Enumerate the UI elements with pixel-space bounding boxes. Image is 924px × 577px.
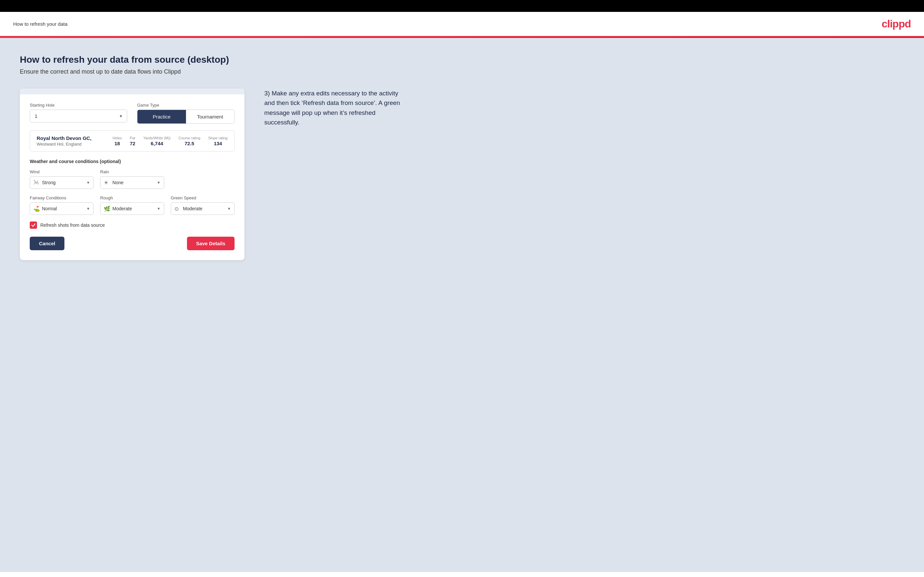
par-label: Par xyxy=(130,136,136,140)
course-name: Royal North Devon GC, xyxy=(37,135,106,141)
yards-label: Yards/White (M)) xyxy=(144,136,170,140)
form-card: Starting Hole 1 10 ▼ Game Type Practice … xyxy=(20,89,244,260)
fairway-rough-green-row: Fairway Conditions ⛳ Normal Soft Hard ▼ … xyxy=(30,195,234,215)
holes-stat: Holes 18 xyxy=(113,136,122,146)
refresh-checkbox-row: Refresh shots from data source xyxy=(30,221,234,229)
wind-select[interactable]: Strong Light None Moderate xyxy=(30,177,93,189)
logo: clippd xyxy=(882,18,911,30)
rough-label: Rough xyxy=(100,195,164,200)
wind-col: Wind 🌬 Strong Light None Moderate ▼ xyxy=(30,169,94,189)
sidebar-instruction: 3) Make any extra edits necessary to the… xyxy=(264,89,403,127)
rain-select-wrapper: ☀ None Light Heavy ▼ xyxy=(100,176,164,189)
yards-stat: Yards/White (M)) 6,744 xyxy=(144,136,170,146)
top-bar xyxy=(0,0,924,12)
cancel-button[interactable]: Cancel xyxy=(30,237,65,250)
green-speed-select[interactable]: Moderate Fast Slow xyxy=(171,203,234,214)
fairway-label: Fairway Conditions xyxy=(30,195,94,200)
course-rating-label: Course rating xyxy=(178,136,200,140)
rain-col: Rain ☀ None Light Heavy ▼ xyxy=(100,169,164,189)
rain-label: Rain xyxy=(100,169,164,174)
course-rating-stat: Course rating 72.5 xyxy=(178,136,200,146)
sidebar-instruction-text: 3) Make any extra edits necessary to the… xyxy=(264,89,403,127)
slope-rating-stat: Slope rating 134 xyxy=(208,136,228,146)
page-heading: How to refresh your data from source (de… xyxy=(20,55,904,65)
fairway-select-wrapper: ⛳ Normal Soft Hard ▼ xyxy=(30,202,94,215)
content-row: Starting Hole 1 10 ▼ Game Type Practice … xyxy=(20,89,904,260)
header: How to refresh your data clippd xyxy=(0,12,924,37)
rain-select[interactable]: None Light Heavy xyxy=(100,177,163,189)
rain-spacer xyxy=(171,169,234,189)
starting-hole-game-type-row: Starting Hole 1 10 ▼ Game Type Practice … xyxy=(30,103,234,124)
course-info-box: Royal North Devon GC, Westward Hol, Engl… xyxy=(30,131,234,152)
header-title: How to refresh your data xyxy=(13,21,68,27)
course-rating-value: 72.5 xyxy=(178,140,200,146)
rough-col: Rough 🌿 Moderate Light Heavy ▼ xyxy=(100,195,164,215)
green-speed-col: Green Speed ⊙ Moderate Fast Slow ▼ xyxy=(171,195,234,215)
wind-select-wrapper: 🌬 Strong Light None Moderate ▼ xyxy=(30,176,94,189)
starting-hole-select[interactable]: 1 10 xyxy=(30,110,127,122)
green-speed-select-wrapper: ⊙ Moderate Fast Slow ▼ xyxy=(171,202,234,215)
page-subheading: Ensure the correct and most up to date d… xyxy=(20,68,904,75)
tournament-button[interactable]: Tournament xyxy=(186,110,234,124)
refresh-checkbox[interactable] xyxy=(30,221,37,229)
par-value: 72 xyxy=(130,140,136,146)
wind-label: Wind xyxy=(30,169,94,174)
fairway-col: Fairway Conditions ⛳ Normal Soft Hard ▼ xyxy=(30,195,94,215)
course-location: Westward Hol, England xyxy=(37,142,106,147)
holes-value: 18 xyxy=(113,140,122,146)
form-card-top-bar xyxy=(20,89,244,94)
game-type-label: Game Type xyxy=(137,103,234,108)
game-type-col: Game Type Practice Tournament xyxy=(137,103,234,124)
starting-hole-col: Starting Hole 1 10 ▼ xyxy=(30,103,127,124)
save-button[interactable]: Save Details xyxy=(187,237,234,250)
buttons-row: Cancel Save Details xyxy=(30,237,234,250)
course-name-block: Royal North Devon GC, Westward Hol, Engl… xyxy=(37,135,106,147)
holes-label: Holes xyxy=(113,136,122,140)
conditions-section-title: Weather and course conditions (optional) xyxy=(30,159,234,164)
yards-value: 6,744 xyxy=(144,140,170,146)
checkmark-icon xyxy=(31,223,36,227)
par-stat: Par 72 xyxy=(130,136,136,146)
course-stats: Holes 18 Par 72 Yards/White (M)) 6,744 C… xyxy=(113,136,228,146)
wind-rain-row: Wind 🌬 Strong Light None Moderate ▼ Rain xyxy=(30,169,234,189)
starting-hole-label: Starting Hole xyxy=(30,103,127,108)
practice-button[interactable]: Practice xyxy=(137,110,186,124)
starting-hole-select-wrapper: 1 10 ▼ xyxy=(30,110,127,122)
rough-select[interactable]: Moderate Light Heavy xyxy=(100,203,163,214)
game-type-toggle: Practice Tournament xyxy=(137,110,234,124)
rough-select-wrapper: 🌿 Moderate Light Heavy ▼ xyxy=(100,202,164,215)
slope-rating-label: Slope rating xyxy=(208,136,228,140)
refresh-label: Refresh shots from data source xyxy=(40,222,105,228)
footer: Copyright Clippd 2022 xyxy=(0,572,924,577)
fairway-select[interactable]: Normal Soft Hard xyxy=(30,203,93,214)
green-speed-label: Green Speed xyxy=(171,195,234,200)
slope-rating-value: 134 xyxy=(208,140,228,146)
main-content: How to refresh your data from source (de… xyxy=(0,38,924,572)
